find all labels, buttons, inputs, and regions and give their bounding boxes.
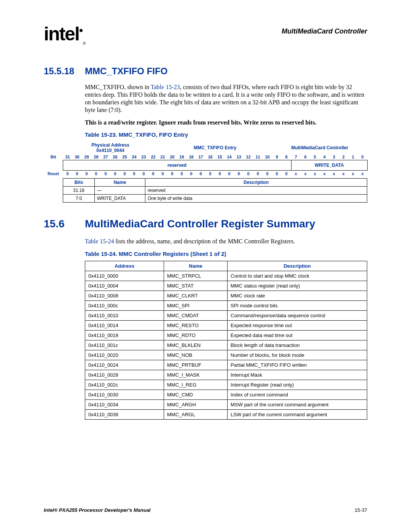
table-row: 0x4110_0010MMC_CMDATCommand/response/dat… <box>85 311 367 321</box>
cell-name: MMC_SPI <box>164 301 228 311</box>
phys-addr-label: Physical Address <box>63 142 158 148</box>
table-row: 0x4110_0014MMC_RESTOExpected response ti… <box>85 321 367 331</box>
cell-desc: One byte of write data <box>145 195 367 203</box>
register-note: This is a read/write register. Ignore re… <box>85 119 367 126</box>
reset-value: 0 <box>186 171 196 177</box>
register-entry-name: MMC_TXFIFO Entry <box>158 142 272 154</box>
col-description: Description <box>145 179 367 187</box>
page-footer: Intel® PXA255 Processor Developer's Manu… <box>44 507 367 513</box>
table-row: 0x4110_0024MMC_PRTBUFPartial MMC_TXFIFO … <box>85 360 367 370</box>
cell-address: 0x4110_0018 <box>85 331 164 340</box>
cell-name: MMC_ARGL <box>164 410 228 420</box>
cell-address: 0x4110_000c <box>85 301 164 311</box>
reset-row-label: Reset <box>44 171 63 177</box>
logo-text: intel <box>44 23 79 45</box>
reset-value: 0 <box>282 171 291 177</box>
reset-value: x <box>339 171 348 177</box>
register-diagram: Physical Address 0x4110_0044 MMC_TXFIFO … <box>44 142 367 203</box>
table-ref-link[interactable]: Table 15-24 <box>85 238 114 244</box>
cell-desc: Partial MMC_TXFIFO FIFO written <box>228 360 367 370</box>
table-row: 0x4110_0020MMC_NOBNumber of blocks, for … <box>85 350 367 360</box>
table-row: 0x4110_0038MMC_ARGLLSW part of the curre… <box>85 410 367 420</box>
col-bits: Bits <box>63 179 95 187</box>
cell-desc: Expected response time out <box>228 321 367 331</box>
reset-value: x <box>320 171 329 177</box>
table-row: 0x4110_0000MMC_STRPCLControl to start an… <box>85 271 367 281</box>
bit-number: 16 <box>206 154 215 160</box>
table-row: 0x4110_0004MMC_STATMMC status register (… <box>85 281 367 291</box>
bit-number: 31 <box>63 154 72 160</box>
field-reserved: reserved <box>63 160 291 171</box>
phys-addr-value: 0x4110_0044 <box>63 148 158 153</box>
reset-value: 0 <box>101 171 110 177</box>
bit-number: 28 <box>91 154 101 160</box>
bit-number: 30 <box>72 154 82 160</box>
bit-number: 5 <box>310 154 320 160</box>
cell-address: 0x4110_0024 <box>85 360 164 370</box>
table-row: 31:16—reserved <box>63 187 367 195</box>
cell-name: MMC_CMDAT <box>164 311 228 321</box>
col-name: Name <box>164 261 228 271</box>
cell-desc: Index of current command <box>228 390 367 400</box>
reset-value: 0 <box>177 171 186 177</box>
cell-address: 0x4110_0000 <box>85 271 164 281</box>
reset-value: x <box>329 171 339 177</box>
cell-name: MMC_RDTO <box>164 331 228 340</box>
reset-value: 0 <box>120 171 129 177</box>
heading-15-6: 15.6MultiMediaCard Controller Register S… <box>44 218 367 230</box>
table-row: 0x4110_000cMMC_SPISPI mode control bits <box>85 301 367 311</box>
cell-desc: Block length of data transaction <box>228 340 367 350</box>
table-row: 0x4110_002cMMC_I_REGInterrupt Register (… <box>85 380 367 390</box>
cell-name: MMC_ARGH <box>164 400 228 410</box>
bit-number: 11 <box>253 154 263 160</box>
table-row: 0x4110_0018MMC_RDTOExpected data read ti… <box>85 331 367 340</box>
col-address: Address <box>85 261 164 271</box>
cell-address: 0x4110_001c <box>85 340 164 350</box>
reset-value: 0 <box>139 171 148 177</box>
cell-address: 0x4110_0008 <box>85 291 164 301</box>
intel-logo: intel® <box>44 23 84 45</box>
reset-value: 0 <box>148 171 158 177</box>
reset-value: 0 <box>129 171 139 177</box>
table-row: 0x4110_001cMMC_BLKLENBlock length of dat… <box>85 340 367 350</box>
cell-desc: SPI mode control bits <box>228 301 367 311</box>
cell-desc: MSW part of the current command argument <box>228 400 367 410</box>
reset-value: 0 <box>63 171 72 177</box>
heading-number: 15.5.18 <box>44 66 85 77</box>
cell-address: 0x4110_0004 <box>85 281 164 291</box>
reset-value: 0 <box>158 171 167 177</box>
reset-value: 0 <box>91 171 101 177</box>
cell-desc: MMC clock rate <box>228 291 367 301</box>
bit-number: 13 <box>234 154 244 160</box>
paragraph: Table 15-24 lists the address, name, and… <box>85 238 367 245</box>
cell-desc: Interrupt Mask <box>228 370 367 380</box>
page-header: intel® MultiMediaCard Controller <box>44 23 367 45</box>
reset-value: 0 <box>206 171 215 177</box>
bit-number: 8 <box>282 154 291 160</box>
bit-number: 10 <box>263 154 272 160</box>
reset-value: 0 <box>72 171 82 177</box>
cell-desc: MMC status register (read only) <box>228 281 367 291</box>
cell-desc: Command/response/data sequence control <box>228 311 367 321</box>
cell-name: MMC_PRTBUF <box>164 360 228 370</box>
reset-value: 0 <box>215 171 225 177</box>
cell-desc: Number of blocks, for block mode <box>228 350 367 360</box>
reset-value: x <box>348 171 358 177</box>
reset-value: 0 <box>244 171 253 177</box>
reset-value: 0 <box>263 171 272 177</box>
bit-number: 23 <box>139 154 148 160</box>
reset-value: 0 <box>272 171 282 177</box>
reset-value: 0 <box>82 171 91 177</box>
cell-address: 0x4110_0038 <box>85 410 164 420</box>
bit-row-label: Bit <box>44 154 63 160</box>
cell-address: 0x4110_002c <box>85 380 164 390</box>
bit-number: 1 <box>348 154 358 160</box>
bit-number: 17 <box>196 154 206 160</box>
reset-value: x <box>310 171 320 177</box>
cell-name: — <box>95 187 145 195</box>
table-row: 0x4110_0030MMC_CMDIndex of current comma… <box>85 390 367 400</box>
reset-value: x <box>291 171 301 177</box>
table-ref-link[interactable]: Table 15-23 <box>151 84 180 90</box>
reset-value: 0 <box>225 171 234 177</box>
cell-desc: Interrupt Register (read only) <box>228 380 367 390</box>
